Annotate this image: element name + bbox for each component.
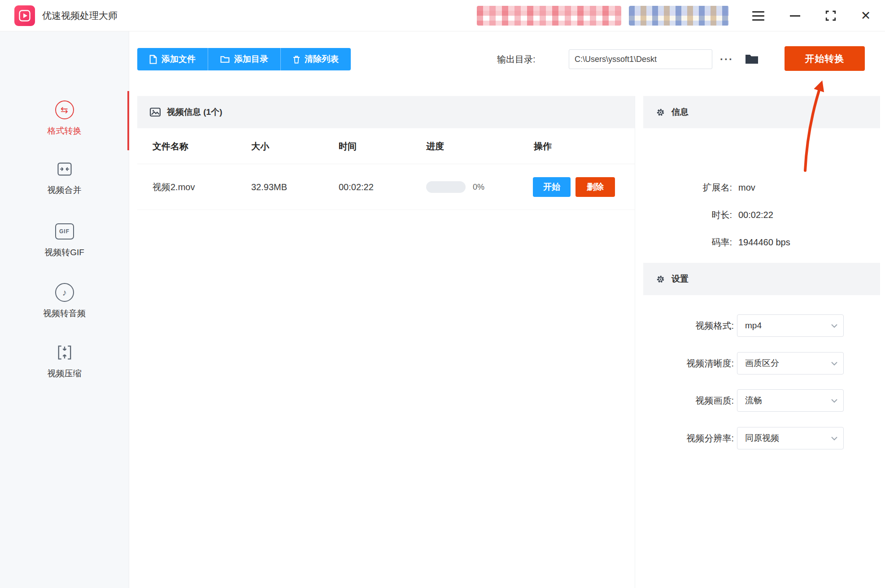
sidebar-item-label: 视频合并 — [0, 184, 129, 196]
chevron-down-icon — [831, 324, 837, 328]
picture-icon — [150, 108, 161, 117]
file-actions-group: 添加文件 添加目录 清除列表 — [137, 48, 351, 70]
select-value: 同原视频 — [745, 427, 779, 449]
field-video-format: 视频格式: mp4 — [643, 314, 880, 337]
trash-icon — [293, 55, 300, 64]
field-label: 视频分辨率: — [643, 427, 734, 449]
info-title: 信息 — [671, 106, 689, 118]
field-video-quality: 视频画质: 流畅 — [643, 389, 880, 412]
chevron-down-icon — [831, 436, 837, 440]
open-folder-button[interactable] — [742, 51, 762, 68]
titlebar: 优速视频处理大师 ✕ — [0, 0, 885, 31]
video-to-audio-icon: ♪ — [55, 283, 74, 302]
file-list-panel: 视频信息 (1个) 文件名称 大小 时间 进度 操作 视频2.mov 32.93… — [137, 96, 635, 588]
right-panel: 信息 扩展名: mov 时长: 00:02:22 码率: 1944460 bps… — [643, 96, 880, 588]
maximize-corners-icon — [825, 10, 837, 22]
info-label: 码率: — [643, 235, 732, 249]
video-clarity-select[interactable]: 画质区分 — [737, 352, 844, 375]
sidebar: ⇆ 格式转换 视频合并 GIF 视频转GIF ♪ 视频转音频 — [0, 31, 129, 588]
select-value: 流畅 — [745, 390, 762, 411]
maximize-icon[interactable] — [820, 5, 841, 26]
gif-icon: GIF — [55, 223, 74, 240]
sidebar-item-video-compress[interactable]: 视频压缩 — [0, 342, 129, 379]
file-size: 32.93MB — [251, 164, 287, 210]
settings-header: 设置 — [643, 263, 880, 295]
sidebar-item-video-to-gif[interactable]: GIF 视频转GIF — [0, 221, 129, 258]
row-start-button[interactable]: 开始 — [533, 177, 571, 197]
sidebar-item-label: 视频转音频 — [0, 308, 129, 319]
browse-more-button[interactable]: ··· — [717, 48, 737, 70]
table-row: 视频2.mov 32.93MB 00:02:22 0% 开始 删除 — [137, 164, 635, 210]
output-dir-input[interactable] — [569, 49, 712, 69]
video-info-title: 视频信息 (1个) — [167, 106, 222, 118]
info-row-bitrate: 码率: 1944460 bps — [643, 235, 880, 249]
table-header: 文件名称 大小 时间 进度 操作 — [137, 128, 635, 164]
add-file-label: 添加文件 — [161, 53, 196, 65]
output-dir-label: 输出目录: — [497, 48, 536, 70]
info-value: 1944460 bps — [738, 235, 790, 249]
select-value: 画质区分 — [745, 353, 779, 374]
start-convert-button[interactable]: 开始转换 — [785, 46, 865, 71]
info-row-extension: 扩展名: mov — [643, 181, 880, 194]
video-quality-select[interactable]: 流畅 — [737, 389, 844, 412]
video-merge-icon — [56, 161, 73, 177]
sidebar-item-video-to-audio[interactable]: ♪ 视频转音频 — [0, 282, 129, 319]
progress-percent: 0% — [473, 164, 484, 210]
play-icon — [18, 9, 31, 22]
app-logo-icon — [14, 5, 35, 26]
sidebar-item-label: 视频压缩 — [0, 368, 129, 379]
row-delete-button[interactable]: 删除 — [575, 177, 615, 197]
column-time: 时间 — [339, 128, 357, 164]
info-label: 扩展名: — [643, 181, 732, 194]
info-header: 信息 — [643, 96, 880, 128]
app-window: 优速视频处理大师 ✕ ⇆ 格式转换 视频合并 — [0, 0, 885, 588]
sidebar-item-label: 视频转GIF — [0, 247, 129, 258]
open-folder-icon — [745, 53, 759, 65]
field-label: 视频画质: — [643, 389, 734, 412]
info-label: 时长: — [643, 208, 732, 222]
gear-icon — [656, 108, 665, 117]
progress-bar — [426, 181, 466, 193]
column-action: 操作 — [534, 128, 552, 164]
file-icon — [149, 55, 157, 64]
file-name: 视频2.mov — [153, 164, 195, 210]
app-title: 优速视频处理大师 — [42, 0, 118, 31]
settings-header-wrap: 设置 — [643, 263, 880, 295]
video-format-select[interactable]: mp4 — [737, 314, 844, 337]
chevron-down-icon — [831, 399, 837, 403]
format-convert-icon: ⇆ — [55, 100, 74, 119]
info-value: 00:02:22 — [738, 208, 773, 222]
menu-icon[interactable] — [747, 5, 769, 26]
select-value: mp4 — [745, 315, 762, 336]
minimize-icon[interactable] — [784, 5, 806, 26]
column-size: 大小 — [251, 128, 269, 164]
file-duration: 00:02:22 — [339, 164, 374, 210]
sidebar-item-format-convert[interactable]: ⇆ 格式转换 — [0, 99, 129, 137]
info-value: mov — [738, 181, 755, 194]
field-video-resolution: 视频分辨率: 同原视频 — [643, 427, 880, 449]
gear-icon — [656, 274, 665, 284]
sidebar-item-label: 格式转换 — [0, 125, 129, 137]
info-row-duration: 时长: 00:02:22 — [643, 208, 880, 222]
close-icon[interactable]: ✕ — [855, 5, 876, 26]
clear-list-label: 清除列表 — [305, 53, 339, 65]
clear-list-button[interactable]: 清除列表 — [280, 48, 351, 70]
chevron-down-icon — [831, 362, 837, 366]
video-resolution-select[interactable]: 同原视频 — [737, 427, 844, 449]
sidebar-item-video-merge[interactable]: 视频合并 — [0, 158, 129, 196]
add-folder-label: 添加目录 — [234, 53, 268, 65]
field-video-clarity: 视频清晰度: 画质区分 — [643, 352, 880, 375]
field-label: 视频格式: — [643, 314, 734, 337]
redacted-area-1[interactable] — [477, 6, 621, 26]
column-progress: 进度 — [426, 128, 444, 164]
folder-plus-icon — [220, 56, 230, 63]
video-info-header: 视频信息 (1个) — [137, 96, 635, 128]
column-file-name: 文件名称 — [153, 128, 188, 164]
settings-title: 设置 — [671, 273, 689, 285]
field-label: 视频清晰度: — [643, 352, 734, 375]
add-folder-button[interactable]: 添加目录 — [208, 48, 280, 70]
video-compress-icon — [57, 344, 73, 361]
add-file-button[interactable]: 添加文件 — [137, 48, 208, 70]
redacted-area-2[interactable] — [629, 6, 729, 26]
